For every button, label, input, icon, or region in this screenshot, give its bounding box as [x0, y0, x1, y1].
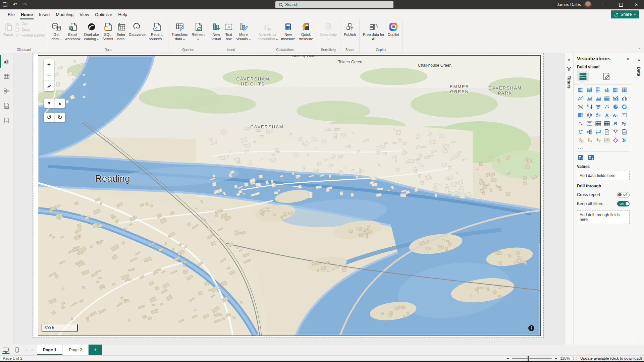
- zoom-slider[interactable]: [512, 358, 552, 359]
- update-available-link[interactable]: Update available (click to download): [580, 356, 642, 360]
- hundred-stacked-column-chart-icon[interactable]: [621, 86, 628, 93]
- dataverse-button[interactable]: Dataverse: [127, 20, 147, 37]
- custom-visual-1-icon[interactable]: [577, 154, 584, 161]
- close-button[interactable]: ✕: [629, 0, 644, 9]
- smart-narrative-icon[interactable]: [603, 128, 610, 135]
- hundred-stacked-area-chart-icon[interactable]: [603, 95, 610, 102]
- mobile-view-button[interactable]: [11, 345, 23, 355]
- publish-button[interactable]: Publish: [342, 20, 358, 37]
- excel-workbook-button[interactable]: Excelworkbook: [63, 20, 82, 41]
- line-and-stacked-column-chart-icon[interactable]: [612, 95, 620, 102]
- user-name[interactable]: James Dales: [557, 2, 581, 7]
- nav-dax-query-view[interactable]: DAX: [0, 100, 13, 111]
- report-canvas[interactable]: Chazey HeathTokers GreenChalkhouse Green…: [13, 53, 565, 345]
- zoom-in-status-icon[interactable]: +: [555, 356, 557, 361]
- donut-chart-icon[interactable]: [621, 103, 628, 110]
- r-script-visual-icon[interactable]: R: [612, 120, 620, 127]
- clustered-bar-chart-icon[interactable]: [594, 86, 602, 93]
- format-visual-tab[interactable]: [600, 71, 612, 81]
- prep-data-for-ai-button[interactable]: Prep data forAI: [361, 20, 386, 41]
- zoom-in-button[interactable]: +: [44, 59, 54, 70]
- stacked-area-chart-icon[interactable]: [594, 95, 602, 102]
- text-box-button[interactable]: ATextbox: [223, 20, 235, 41]
- share-button[interactable]: Share ∨: [611, 10, 639, 18]
- key-influencers-icon[interactable]: [577, 128, 584, 135]
- zoom-level[interactable]: 118%: [560, 356, 570, 360]
- nav-tmdl-view[interactable]: TMDL: [0, 115, 13, 126]
- azure-map-icon[interactable]: [603, 112, 610, 118]
- treemap-icon[interactable]: [577, 112, 584, 118]
- zoom-out-button[interactable]: −: [44, 70, 54, 81]
- collapse-visualizations-icon[interactable]: »: [627, 56, 630, 61]
- table-icon[interactable]: [594, 120, 602, 127]
- decomposition-tree-icon[interactable]: [586, 128, 593, 135]
- menu-tab-help[interactable]: Help: [115, 10, 130, 19]
- map-icon[interactable]: [586, 112, 593, 118]
- paginated-report-icon[interactable]: [621, 128, 628, 135]
- new-measure-button[interactable]: Newmeasure: [279, 20, 297, 41]
- quick-measure-button[interactable]: Quickmeasure: [297, 20, 315, 41]
- nav-model-view[interactable]: [0, 85, 13, 97]
- scatter-chart-icon[interactable]: [603, 103, 610, 110]
- save-icon[interactable]: [0, 0, 10, 9]
- expand-data-icon[interactable]: «: [637, 57, 640, 62]
- stacked-bar-chart-icon[interactable]: [577, 86, 584, 93]
- filters-pane-title[interactable]: Filters: [567, 75, 572, 88]
- menu-tab-view[interactable]: View: [76, 10, 92, 19]
- map-info-button[interactable]: i: [528, 325, 534, 331]
- rotate-right-button[interactable]: ↻: [55, 113, 65, 122]
- python-visual-icon[interactable]: Py: [621, 120, 628, 127]
- map-visual[interactable]: Chazey HeathTokers GreenChalkhouse Green…: [38, 55, 541, 336]
- filled-map-icon[interactable]: [594, 112, 602, 118]
- preview-visual-2-icon[interactable]: [586, 137, 593, 143]
- kpi-icon[interactable]: [577, 120, 584, 127]
- cross-report-toggle[interactable]: Off: [617, 192, 630, 197]
- power-apps-visual-icon[interactable]: [612, 137, 620, 143]
- collapse-ribbon-icon[interactable]: ^: [639, 47, 641, 51]
- more-visuals-button[interactable]: Morevisuals ∨: [235, 20, 252, 41]
- multi-row-card-icon[interactable]: [621, 112, 628, 118]
- drill-through-field-well[interactable]: Add drill-through fields here: [577, 210, 630, 224]
- maximize-button[interactable]: [613, 0, 629, 9]
- new-visual-button[interactable]: Newvisual: [210, 20, 223, 41]
- page-tab-1[interactable]: Page 1: [37, 345, 63, 355]
- desktop-view-button[interactable]: [0, 345, 11, 355]
- menu-tab-optimize[interactable]: Optimize: [92, 10, 115, 19]
- power-automate-visual-icon[interactable]: [621, 137, 628, 143]
- fit-to-page-icon[interactable]: [573, 357, 577, 360]
- custom-visual-2-icon[interactable]: [587, 154, 595, 161]
- line-and-clustered-column-chart-icon[interactable]: [621, 95, 628, 102]
- stacked-column-chart-icon[interactable]: [586, 86, 593, 93]
- clustered-column-chart-icon[interactable]: [603, 86, 610, 93]
- slicer-icon[interactable]: [586, 120, 593, 127]
- zoom-slider-handle[interactable]: [528, 356, 529, 361]
- menu-tab-home[interactable]: Home: [18, 10, 36, 19]
- recent-sources-button[interactable]: Recentsources ∨: [147, 20, 166, 41]
- tilt-up-button[interactable]: ▲: [55, 99, 65, 108]
- copilot-button[interactable]: Copilot: [386, 20, 401, 37]
- compass-button[interactable]: [44, 81, 54, 91]
- minimize-button[interactable]: —: [598, 0, 613, 9]
- search-input[interactable]: Search: [275, 1, 393, 8]
- matrix-icon[interactable]: [603, 120, 610, 127]
- new-page-button[interactable]: +: [89, 345, 102, 355]
- preview-visual-1-icon[interactable]: [577, 137, 584, 143]
- preview-visual-3-icon[interactable]: [594, 137, 602, 143]
- expand-filters-icon[interactable]: «: [568, 57, 570, 62]
- arcgis-map-icon[interactable]: [603, 137, 610, 143]
- refresh-button[interactable]: Refresh∨: [190, 20, 206, 41]
- build-visual-tab[interactable]: [577, 71, 589, 81]
- metrics-icon[interactable]: [612, 128, 620, 135]
- rotate-left-button[interactable]: ↺: [44, 113, 55, 122]
- zoom-out-status-icon[interactable]: −: [506, 356, 509, 361]
- page-tab-2[interactable]: Page 2: [63, 345, 89, 355]
- tilt-down-button[interactable]: ▼: [44, 99, 55, 108]
- more-visual-options[interactable]: ...: [578, 145, 630, 150]
- hundred-stacked-bar-chart-icon[interactable]: [612, 86, 620, 93]
- transform-data-button[interactable]: Transformdata ∨: [170, 20, 190, 41]
- nav-report-view[interactable]: [0, 56, 13, 67]
- report-page[interactable]: Chazey HeathTokers GreenChalkhouse Green…: [34, 54, 543, 337]
- nav-table-view[interactable]: [0, 70, 13, 82]
- onelake-catalog-button[interactable]: OneLakecatalog ∨: [82, 20, 101, 41]
- keep-all-filters-toggle[interactable]: On: [617, 201, 630, 206]
